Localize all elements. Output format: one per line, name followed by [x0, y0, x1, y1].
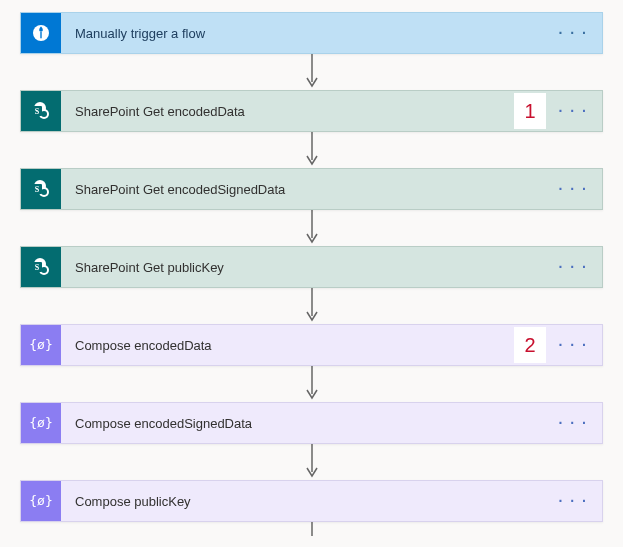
svg-text:S: S [35, 185, 40, 194]
step-label: SharePoint Get encodedData [61, 104, 545, 119]
step-label: Manually trigger a flow [61, 26, 545, 41]
connector-arrow [20, 444, 603, 480]
svg-rect-1 [40, 31, 41, 38]
flow-step-trigger[interactable]: Manually trigger a flow · · · [20, 12, 603, 54]
step-label: SharePoint Get encodedSignedData [61, 182, 545, 197]
svg-text:{ø}: {ø} [30, 337, 52, 352]
more-button[interactable]: · · · [545, 337, 602, 353]
more-button[interactable]: · · · [545, 493, 602, 509]
step-label: Compose encodedData [61, 338, 545, 353]
connector-arrow [20, 210, 603, 246]
connector-arrow [20, 54, 603, 90]
flow-step-sharepoint[interactable]: S SharePoint Get encodedSignedData · · · [20, 168, 603, 210]
more-button[interactable]: · · · [545, 415, 602, 431]
svg-text:{ø}: {ø} [30, 415, 52, 430]
sharepoint-icon: S [21, 247, 61, 287]
sharepoint-icon: S [21, 91, 61, 131]
flow-step-compose[interactable]: {ø} Compose encodedSignedData · · · [20, 402, 603, 444]
compose-icon: {ø} [21, 481, 61, 521]
annotation-badge: 2 [514, 327, 546, 363]
svg-text:{ø}: {ø} [30, 493, 52, 508]
step-label: Compose encodedSignedData [61, 416, 545, 431]
compose-icon: {ø} [21, 403, 61, 443]
trigger-icon [21, 13, 61, 53]
svg-text:S: S [35, 263, 40, 272]
more-button[interactable]: · · · [545, 181, 602, 197]
step-label: SharePoint Get publicKey [61, 260, 545, 275]
step-label: Compose publicKey [61, 494, 545, 509]
flow-step-sharepoint[interactable]: S SharePoint Get encodedData 1 · · · [20, 90, 603, 132]
more-button[interactable]: · · · [545, 259, 602, 275]
connector-arrow [20, 366, 603, 402]
flow-step-compose[interactable]: {ø} Compose encodedData 2 · · · [20, 324, 603, 366]
compose-icon: {ø} [21, 325, 61, 365]
sharepoint-icon: S [21, 169, 61, 209]
svg-text:S: S [35, 107, 40, 116]
connector-arrow [20, 288, 603, 324]
annotation-badge: 1 [514, 93, 546, 129]
flow-step-sharepoint[interactable]: S SharePoint Get publicKey · · · [20, 246, 603, 288]
more-button[interactable]: · · · [545, 25, 602, 41]
connector-arrow [20, 522, 603, 536]
connector-arrow [20, 132, 603, 168]
more-button[interactable]: · · · [545, 103, 602, 119]
flow-step-compose[interactable]: {ø} Compose publicKey · · · [20, 480, 603, 522]
